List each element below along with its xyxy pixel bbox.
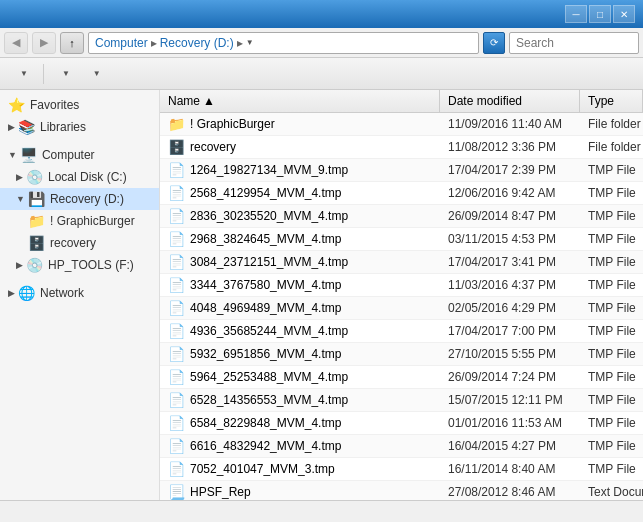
- file-type-cell: TMP File: [580, 252, 643, 272]
- table-row[interactable]: 📄5964_25253488_MVM_4.tmp26/09/2014 7:24 …: [160, 366, 643, 389]
- sidebar: ⭐ Favorites ▶ 📚 Libraries ▼ 🖥️ Computer …: [0, 90, 160, 500]
- file-icon: 📄: [168, 346, 185, 362]
- table-row[interactable]: 📄4048_4969489_MVM_4.tmp02/05/2016 4:29 P…: [160, 297, 643, 320]
- breadcrumb: Computer ▸ Recovery (D:) ▸ ▼: [88, 32, 479, 54]
- file-date-cell: 11/03/2016 4:37 PM: [440, 275, 580, 295]
- table-row[interactable]: 📄3344_3767580_MVM_4.tmp11/03/2016 4:37 P…: [160, 274, 643, 297]
- column-header-type[interactable]: Type: [580, 90, 643, 112]
- organize-button[interactable]: ▼: [8, 62, 37, 86]
- expand-recovery-icon: ▼: [16, 194, 25, 204]
- star-icon: ⭐: [8, 97, 25, 113]
- file-type-cell: TMP File: [580, 321, 643, 341]
- table-row[interactable]: 📃HPSF_Rep27/08/2012 8:46 AMText Document: [160, 481, 643, 500]
- file-name-cell: 📄6616_4832942_MVM_4.tmp: [160, 435, 440, 457]
- table-row[interactable]: 📄4936_35685244_MVM_4.tmp17/04/2017 7:00 …: [160, 320, 643, 343]
- file-icon: 📄: [168, 369, 185, 385]
- file-name: HPSF_Rep: [190, 485, 251, 499]
- table-row[interactable]: 📄2968_3824645_MVM_4.tmp03/11/2015 4:53 P…: [160, 228, 643, 251]
- table-row[interactable]: 📄2836_30235520_MVM_4.tmp26/09/2014 8:47 …: [160, 205, 643, 228]
- refresh-button[interactable]: ⟳: [483, 32, 505, 54]
- sidebar-label-graphicburger: ! GraphicBurger: [50, 214, 135, 228]
- sidebar-label-libraries: Libraries: [40, 120, 86, 134]
- column-header-name[interactable]: Name ▲: [160, 90, 440, 112]
- file-date-cell: 26/09/2014 8:47 PM: [440, 206, 580, 226]
- titlebar: ─ □ ✕: [0, 0, 643, 28]
- table-row[interactable]: 🗄️recovery11/08/2012 3:36 PMFile folder: [160, 136, 643, 159]
- file-type-cell: File folder: [580, 114, 643, 134]
- file-name: 1264_19827134_MVM_9.tmp: [190, 163, 348, 177]
- file-date-cell: 12/06/2016 9:42 AM: [440, 183, 580, 203]
- file-date-cell: 11/09/2016 11:40 AM: [440, 114, 580, 134]
- include-library-dropdown-icon: ▼: [62, 69, 70, 78]
- table-row[interactable]: 📄6616_4832942_MVM_4.tmp16/04/2015 4:27 P…: [160, 435, 643, 458]
- close-button[interactable]: ✕: [613, 5, 635, 23]
- sidebar-item-recovery-drive[interactable]: ▼ 💾 Recovery (D:): [0, 188, 159, 210]
- table-row[interactable]: 📄5932_6951856_MVM_4.tmp27/10/2015 5:55 P…: [160, 343, 643, 366]
- include-library-button[interactable]: ▼: [50, 62, 79, 86]
- column-header-date[interactable]: Date modified: [440, 90, 580, 112]
- main-area: ⭐ Favorites ▶ 📚 Libraries ▼ 🖥️ Computer …: [0, 90, 643, 500]
- window-controls: ─ □ ✕: [565, 5, 635, 23]
- sidebar-item-libraries[interactable]: ▶ 📚 Libraries: [0, 116, 159, 138]
- minimize-button[interactable]: ─: [565, 5, 587, 23]
- file-type-cell: File folder: [580, 137, 643, 157]
- breadcrumb-dropdown[interactable]: ▼: [246, 38, 254, 47]
- file-list-header: Name ▲ Date modified Type: [160, 90, 643, 113]
- file-icon: 📄: [168, 461, 185, 477]
- new-folder-button[interactable]: [132, 62, 150, 86]
- file-icon: 📄: [168, 323, 185, 339]
- file-date-cell: 17/04/2017 3:41 PM: [440, 252, 580, 272]
- file-type-cell: TMP File: [580, 275, 643, 295]
- file-icon: 📄: [168, 231, 185, 247]
- breadcrumb-computer[interactable]: Computer: [95, 36, 148, 50]
- up-button[interactable]: ↑: [60, 32, 84, 54]
- breadcrumb-drive[interactable]: Recovery (D:): [160, 36, 234, 50]
- file-name: 6616_4832942_MVM_4.tmp: [190, 439, 341, 453]
- file-name: 7052_401047_MVM_3.tmp: [190, 462, 335, 476]
- file-name-cell: 📄3084_23712151_MVM_4.tmp: [160, 251, 440, 273]
- search-input[interactable]: [509, 32, 639, 54]
- computer-icon: 🖥️: [20, 147, 37, 163]
- expand-libraries-icon: ▶: [8, 122, 15, 132]
- table-row[interactable]: 📄6528_14356553_MVM_4.tmp15/07/2015 12:11…: [160, 389, 643, 412]
- sidebar-item-graphicburger[interactable]: 📁 ! GraphicBurger: [0, 210, 159, 232]
- hp-tools-icon: 💿: [26, 257, 43, 273]
- sidebar-item-computer[interactable]: ▼ 🖥️ Computer: [0, 144, 159, 166]
- sidebar-item-local-disk[interactable]: ▶ 💿 Local Disk (C:): [0, 166, 159, 188]
- table-row[interactable]: 📄6584_8229848_MVM_4.tmp01/01/2016 11:53 …: [160, 412, 643, 435]
- file-date-cell: 16/04/2015 4:27 PM: [440, 436, 580, 456]
- file-date-cell: 27/10/2015 5:55 PM: [440, 344, 580, 364]
- network-icon: 🌐: [18, 285, 35, 301]
- table-row[interactable]: 📄2568_4129954_MVM_4.tmp12/06/2016 9:42 A…: [160, 182, 643, 205]
- maximize-button[interactable]: □: [589, 5, 611, 23]
- file-type-cell: TMP File: [580, 459, 643, 479]
- table-row[interactable]: 📄1264_19827134_MVM_9.tmp17/04/2017 2:39 …: [160, 159, 643, 182]
- sidebar-item-hp-tools[interactable]: ▶ 💿 HP_TOOLS (F:): [0, 254, 159, 276]
- back-button[interactable]: ◀: [4, 32, 28, 54]
- toolbar-separator-1: [43, 64, 44, 84]
- file-icon: 📄: [168, 185, 185, 201]
- file-name-cell: 📄2836_30235520_MVM_4.tmp: [160, 205, 440, 227]
- sidebar-item-recovery-folder[interactable]: 🗄️ recovery: [0, 232, 159, 254]
- sidebar-label-local-disk: Local Disk (C:): [48, 170, 127, 184]
- sort-name-icon: ▲: [203, 94, 215, 108]
- file-type-cell: TMP File: [580, 206, 643, 226]
- file-name-cell: 📄1264_19827134_MVM_9.tmp: [160, 159, 440, 181]
- sidebar-item-network[interactable]: ▶ 🌐 Network: [0, 282, 159, 304]
- burn-button[interactable]: [112, 62, 130, 86]
- table-row[interactable]: 📄7052_401047_MVM_3.tmp16/11/2014 8:40 AM…: [160, 458, 643, 481]
- forward-button[interactable]: ▶: [32, 32, 56, 54]
- file-name-cell: 📄4936_35685244_MVM_4.tmp: [160, 320, 440, 342]
- share-with-dropdown-icon: ▼: [93, 69, 101, 78]
- table-row[interactable]: 📄3084_23712151_MVM_4.tmp17/04/2017 3:41 …: [160, 251, 643, 274]
- share-with-button[interactable]: ▼: [81, 62, 110, 86]
- file-name: 2836_30235520_MVM_4.tmp: [190, 209, 348, 223]
- file-icon: 📄: [168, 415, 185, 431]
- expand-local-disk-icon: ▶: [16, 172, 23, 182]
- file-name: 5932_6951856_MVM_4.tmp: [190, 347, 341, 361]
- table-row[interactable]: 📁! GraphicBurger11/09/2016 11:40 AMFile …: [160, 113, 643, 136]
- file-name: ! GraphicBurger: [190, 117, 275, 131]
- sidebar-item-favorites[interactable]: ⭐ Favorites: [0, 94, 159, 116]
- file-name-cell: 📄5964_25253488_MVM_4.tmp: [160, 366, 440, 388]
- file-date-cell: 17/04/2017 2:39 PM: [440, 160, 580, 180]
